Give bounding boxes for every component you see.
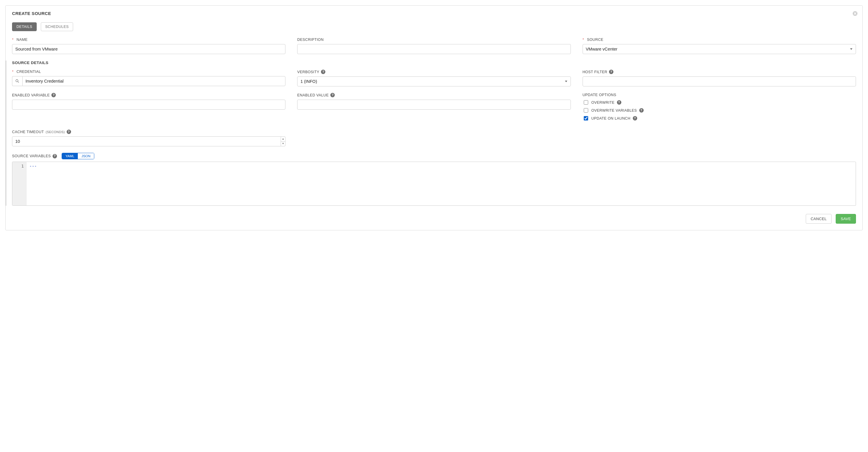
overwrite-label: OVERWRITE: [591, 101, 615, 105]
overwrite-option[interactable]: OVERWRITE ?: [583, 99, 856, 106]
description-input[interactable]: [297, 44, 570, 54]
step-up-icon[interactable]: ▲: [281, 137, 285, 142]
enabled-value-input[interactable]: [297, 100, 570, 110]
credential-label: * CREDENTIAL: [12, 69, 285, 74]
close-icon[interactable]: [852, 11, 858, 17]
footer-actions: CANCEL SAVE: [12, 214, 856, 224]
name-input[interactable]: [12, 44, 285, 54]
tab-details[interactable]: DETAILS: [12, 22, 37, 31]
enabled-variable-input[interactable]: [12, 100, 285, 110]
update-on-launch-label: UPDATE ON LAUNCH: [591, 116, 630, 120]
yaml-option[interactable]: YAML: [62, 153, 78, 159]
source-label-text: SOURCE: [587, 38, 603, 42]
required-marker: *: [12, 38, 13, 42]
cache-timeout-label: CACHE TIMEOUT (SECONDS) ?: [12, 130, 285, 134]
source-variables-header: SOURCE VARIABLES ? YAML JSON: [12, 153, 856, 159]
svg-line-2: [18, 82, 19, 83]
enabled-variable-label: ENABLED VARIABLE ?: [12, 93, 285, 97]
row-cred-verb-host: * CREDENTIAL VERBOSITY ? HOST FILTER: [12, 69, 856, 86]
enabled-value-label-text: ENABLED VALUE: [297, 93, 329, 97]
tabs: DETAILS SCHEDULES: [12, 22, 856, 31]
required-marker: *: [12, 69, 13, 74]
help-icon[interactable]: ?: [639, 108, 644, 113]
enabled-value-label: ENABLED VALUE ?: [297, 93, 570, 97]
overwrite-variables-checkbox[interactable]: [584, 108, 588, 113]
code-gutter: 1: [12, 162, 26, 205]
row-cache-timeout: CACHE TIMEOUT (SECONDS) ? ▲ ▼: [12, 130, 856, 146]
help-icon[interactable]: ?: [321, 69, 326, 74]
yaml-json-toggle: YAML JSON: [62, 153, 94, 159]
verbosity-label-text: VERBOSITY: [297, 70, 319, 74]
step-down-icon[interactable]: ▼: [281, 142, 285, 146]
update-options-list: OVERWRITE ? OVERWRITE VARIABLES ? UPDATE…: [583, 99, 856, 121]
description-label: DESCRIPTION: [297, 38, 570, 42]
enabled-variable-label-text: ENABLED VARIABLE: [12, 93, 50, 97]
line-number: 1: [14, 164, 24, 168]
source-label: * SOURCE: [583, 38, 856, 42]
create-source-panel: CREATE SOURCE DETAILS SCHEDULES * NAME D…: [5, 5, 863, 230]
row-enabled-update: ENABLED VARIABLE ? ENABLED VALUE ? UPDAT…: [12, 93, 856, 123]
cache-timeout-input[interactable]: [12, 136, 281, 146]
cancel-button[interactable]: CANCEL: [806, 214, 832, 224]
row-name-desc-source: * NAME DESCRIPTION * SOURCE: [12, 38, 856, 54]
overwrite-variables-option[interactable]: OVERWRITE VARIABLES ?: [583, 107, 856, 113]
update-options-label-text: UPDATE OPTIONS: [583, 93, 616, 97]
host-filter-input[interactable]: [583, 77, 856, 86]
search-icon[interactable]: [12, 76, 22, 86]
number-stepper: ▲ ▼: [281, 136, 286, 146]
help-icon[interactable]: ?: [609, 69, 613, 74]
name-label-text: NAME: [17, 38, 28, 42]
overwrite-variables-label: OVERWRITE VARIABLES: [591, 108, 637, 113]
code-body[interactable]: ---: [26, 162, 856, 205]
overwrite-checkbox[interactable]: [584, 100, 588, 105]
credential-input[interactable]: [22, 76, 286, 86]
help-icon[interactable]: ?: [330, 93, 335, 97]
credential-label-text: CREDENTIAL: [17, 69, 41, 74]
help-icon[interactable]: ?: [633, 116, 637, 120]
update-on-launch-option[interactable]: UPDATE ON LAUNCH ?: [583, 115, 856, 121]
help-icon[interactable]: ?: [617, 100, 621, 105]
help-icon[interactable]: ?: [67, 130, 71, 134]
json-option[interactable]: JSON: [78, 153, 94, 159]
source-variables-label-text: SOURCE VARIABLES: [12, 154, 51, 158]
panel-title: CREATE SOURCE: [12, 11, 856, 16]
verbosity-label: VERBOSITY ?: [297, 69, 570, 74]
help-icon[interactable]: ?: [52, 93, 56, 97]
verbosity-select[interactable]: [297, 77, 570, 86]
tab-schedules[interactable]: SCHEDULES: [41, 22, 73, 31]
update-options-label: UPDATE OPTIONS: [583, 93, 856, 97]
help-icon[interactable]: ?: [53, 154, 57, 159]
cache-timeout-label-text: CACHE TIMEOUT: [12, 130, 44, 134]
cache-timeout-label-sub: (SECONDS): [45, 130, 65, 134]
source-variables-editor[interactable]: 1 ---: [12, 162, 856, 206]
source-details-heading: SOURCE DETAILS: [12, 60, 856, 65]
update-on-launch-checkbox[interactable]: [584, 116, 588, 120]
save-button[interactable]: SAVE: [836, 214, 856, 224]
source-select[interactable]: [583, 44, 856, 54]
required-marker: *: [583, 38, 584, 42]
host-filter-label-text: HOST FILTER: [583, 70, 608, 74]
host-filter-label: HOST FILTER ?: [583, 69, 856, 74]
description-label-text: DESCRIPTION: [297, 38, 323, 42]
name-label: * NAME: [12, 38, 285, 42]
